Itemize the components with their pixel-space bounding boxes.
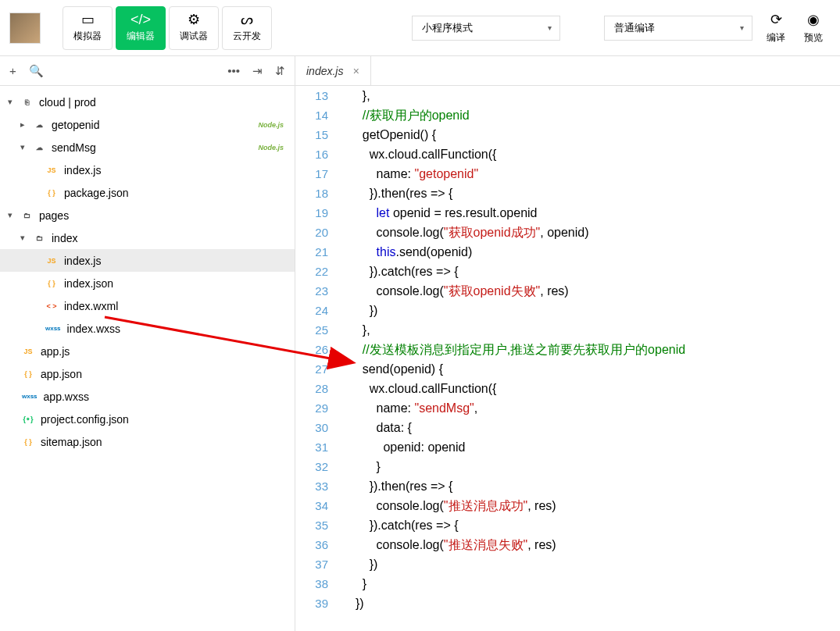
- tree-root[interactable]: ⎘cloud | prod: [0, 91, 295, 113]
- tree-label: getopenid: [52, 119, 100, 131]
- folder-icon: 🗀: [31, 234, 47, 243]
- tree-app-js[interactable]: JSapp.js: [0, 340, 295, 362]
- tree-label: project.config.json: [41, 413, 129, 426]
- preview-label: 预览: [804, 31, 823, 45]
- code-icon: </>: [130, 12, 151, 27]
- compile-mode-dropdown[interactable]: 普通编译: [604, 16, 752, 41]
- sort-icon[interactable]: ⇵: [275, 64, 285, 78]
- tree-pages[interactable]: 🗀pages: [0, 204, 295, 226]
- tab-label: index.js: [306, 65, 343, 77]
- tree-label: app.wxss: [44, 390, 89, 403]
- explorer-toolbar: + 🔍 ••• ⇥ ⇵: [0, 56, 295, 86]
- editor-button[interactable]: </> 编辑器: [116, 6, 166, 50]
- compile-button[interactable]: ⟳ 编译: [759, 6, 793, 50]
- file-explorer: + 🔍 ••• ⇥ ⇵ ⎘cloud | prod ☁getopenidNode…: [0, 56, 295, 631]
- code-lines: }, //获取用户的openid getOpenid() { wx.cloud.…: [342, 86, 840, 631]
- wxss-icon: wxss: [20, 392, 39, 401]
- mode-value: 小程序模式: [422, 21, 473, 35]
- tree-label: index.wxml: [64, 300, 118, 312]
- tree-label: package.json: [64, 187, 129, 199]
- mode-dropdown[interactable]: 小程序模式: [412, 16, 560, 41]
- more-icon[interactable]: •••: [227, 64, 240, 77]
- tree-sitemap[interactable]: { }sitemap.json: [0, 430, 295, 453]
- tree-getopenid[interactable]: ☁getopenidNode.js: [0, 113, 295, 136]
- tree-label: index.json: [64, 277, 113, 290]
- close-icon[interactable]: ×: [352, 65, 359, 77]
- tree-label: sitemap.json: [41, 436, 102, 448]
- add-file-icon[interactable]: +: [9, 64, 16, 77]
- tree-label: index: [52, 232, 77, 244]
- tree-index-js[interactable]: JSindex.js: [0, 159, 295, 181]
- json-icon: { }: [20, 437, 36, 447]
- simulator-button[interactable]: ▭ 模拟器: [63, 6, 113, 50]
- cloud-button[interactable]: ᔕ 云开发: [222, 6, 272, 50]
- tree-label: cloud | prod: [39, 96, 96, 109]
- tree-app-wxss[interactable]: wxssapp.wxss: [0, 385, 295, 408]
- tree-label: sendMsg: [52, 141, 96, 154]
- wxml-icon: < >: [44, 301, 59, 311]
- debugger-button[interactable]: ⚙ 调试器: [169, 6, 219, 50]
- tab-index-js[interactable]: index.js ×: [295, 56, 371, 85]
- file-tree: ⎘cloud | prod ☁getopenidNode.js ☁sendMsg…: [0, 86, 295, 631]
- tree-project-config[interactable]: {∘}project.config.json: [0, 408, 295, 430]
- settings-icon: ⚙: [188, 12, 200, 27]
- code-editor: index.js × 13141516171819202122232425262…: [295, 56, 840, 631]
- line-gutter: 1314151617181920212223242526272829303132…: [295, 86, 342, 631]
- js-icon: JS: [44, 166, 59, 175]
- project-avatar[interactable]: [9, 12, 41, 44]
- simulator-label: 模拟器: [73, 30, 102, 43]
- tree-app-json[interactable]: { }app.json: [0, 362, 295, 385]
- eye-icon: ◉: [807, 11, 820, 28]
- tree-label: pages: [39, 209, 69, 222]
- wxss-icon: wxss: [44, 324, 63, 333]
- code-area[interactable]: 1314151617181920212223242526272829303132…: [295, 86, 840, 631]
- nodejs-badge: Node.js: [258, 144, 284, 152]
- tree-index-folder[interactable]: 🗀index: [0, 226, 295, 249]
- tree-package-json[interactable]: { }package.json: [0, 181, 295, 204]
- tree-label: app.js: [41, 345, 70, 358]
- refresh-icon: ⟳: [770, 11, 782, 28]
- editor-tabs: index.js ×: [295, 56, 840, 86]
- cloud-icon: ᔕ: [241, 12, 253, 27]
- tree-label: index.js: [64, 164, 101, 176]
- tree-index-wxss[interactable]: wxssindex.wxss: [0, 317, 295, 340]
- cloud-folder-icon: ☁: [31, 120, 47, 130]
- nodejs-badge: Node.js: [258, 121, 284, 129]
- phone-icon: ▭: [81, 12, 95, 27]
- tree-index-json[interactable]: { }index.json: [0, 272, 295, 294]
- compile-mode-value: 普通编译: [614, 21, 655, 35]
- folder-icon: 🗀: [19, 211, 34, 220]
- cloud-folder-icon: ☁: [31, 143, 47, 152]
- folder-icon: ⎘: [19, 98, 34, 107]
- cloud-label: 云开发: [233, 30, 261, 43]
- json-icon: { }: [44, 279, 59, 288]
- top-toolbar: ▭ 模拟器 </> 编辑器 ⚙ 调试器 ᔕ 云开发 小程序模式 普通编译 ⟳ 编…: [0, 0, 840, 56]
- tree-sendmsg[interactable]: ☁sendMsgNode.js: [0, 136, 295, 159]
- tree-label: index.wxss: [67, 323, 120, 335]
- tree-label: app.json: [41, 368, 82, 380]
- tree-index-js-page[interactable]: JSindex.js: [0, 249, 295, 272]
- collapse-icon[interactable]: ⇥: [252, 64, 263, 78]
- tree-index-wxml[interactable]: < >index.wxml: [0, 294, 295, 317]
- editor-label: 编辑器: [127, 30, 155, 43]
- json-icon: { }: [20, 369, 36, 379]
- config-icon: {∘}: [20, 415, 36, 424]
- js-icon: JS: [44, 256, 59, 266]
- tree-label: index.js: [64, 255, 101, 267]
- js-icon: JS: [20, 347, 36, 356]
- json-icon: { }: [44, 188, 59, 198]
- compile-label: 编译: [767, 31, 785, 45]
- preview-button[interactable]: ◉ 预览: [796, 6, 831, 50]
- search-icon[interactable]: 🔍: [29, 64, 44, 78]
- debugger-label: 调试器: [180, 30, 208, 43]
